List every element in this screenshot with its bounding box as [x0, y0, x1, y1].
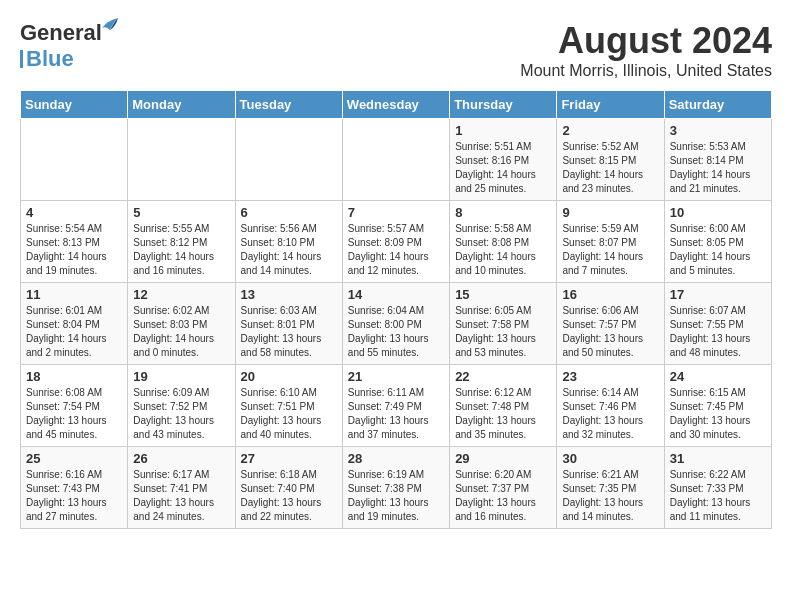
day-number: 25 — [26, 451, 122, 466]
calendar-cell — [128, 119, 235, 201]
calendar-cell: 12Sunrise: 6:02 AM Sunset: 8:03 PM Dayli… — [128, 283, 235, 365]
day-number: 15 — [455, 287, 551, 302]
day-number: 3 — [670, 123, 766, 138]
day-info: Sunrise: 6:19 AM Sunset: 7:38 PM Dayligh… — [348, 468, 444, 524]
day-number: 31 — [670, 451, 766, 466]
day-info: Sunrise: 6:11 AM Sunset: 7:49 PM Dayligh… — [348, 386, 444, 442]
day-info: Sunrise: 5:57 AM Sunset: 8:09 PM Dayligh… — [348, 222, 444, 278]
day-number: 19 — [133, 369, 229, 384]
calendar-cell: 21Sunrise: 6:11 AM Sunset: 7:49 PM Dayli… — [342, 365, 449, 447]
day-info: Sunrise: 6:10 AM Sunset: 7:51 PM Dayligh… — [241, 386, 337, 442]
day-number: 13 — [241, 287, 337, 302]
calendar-cell: 7Sunrise: 5:57 AM Sunset: 8:09 PM Daylig… — [342, 201, 449, 283]
day-info: Sunrise: 6:01 AM Sunset: 8:04 PM Dayligh… — [26, 304, 122, 360]
calendar-cell: 5Sunrise: 5:55 AM Sunset: 8:12 PM Daylig… — [128, 201, 235, 283]
header-wednesday: Wednesday — [342, 91, 449, 119]
subtitle: Mount Morris, Illinois, United States — [520, 62, 772, 80]
day-info: Sunrise: 6:20 AM Sunset: 7:37 PM Dayligh… — [455, 468, 551, 524]
calendar-cell: 10Sunrise: 6:00 AM Sunset: 8:05 PM Dayli… — [664, 201, 771, 283]
day-number: 10 — [670, 205, 766, 220]
logo: General Blue — [20, 20, 102, 72]
day-number: 22 — [455, 369, 551, 384]
calendar-table: SundayMondayTuesdayWednesdayThursdayFrid… — [20, 90, 772, 529]
day-info: Sunrise: 5:55 AM Sunset: 8:12 PM Dayligh… — [133, 222, 229, 278]
calendar-cell: 14Sunrise: 6:04 AM Sunset: 8:00 PM Dayli… — [342, 283, 449, 365]
calendar-cell: 17Sunrise: 6:07 AM Sunset: 7:55 PM Dayli… — [664, 283, 771, 365]
calendar-cell: 27Sunrise: 6:18 AM Sunset: 7:40 PM Dayli… — [235, 447, 342, 529]
day-number: 14 — [348, 287, 444, 302]
page-header: General Blue August 2024 Mount Morris, I… — [20, 20, 772, 80]
header-friday: Friday — [557, 91, 664, 119]
week-row-5: 25Sunrise: 6:16 AM Sunset: 7:43 PM Dayli… — [21, 447, 772, 529]
calendar-cell: 9Sunrise: 5:59 AM Sunset: 8:07 PM Daylig… — [557, 201, 664, 283]
calendar-cell: 16Sunrise: 6:06 AM Sunset: 7:57 PM Dayli… — [557, 283, 664, 365]
day-info: Sunrise: 6:05 AM Sunset: 7:58 PM Dayligh… — [455, 304, 551, 360]
calendar-cell: 6Sunrise: 5:56 AM Sunset: 8:10 PM Daylig… — [235, 201, 342, 283]
day-info: Sunrise: 6:21 AM Sunset: 7:35 PM Dayligh… — [562, 468, 658, 524]
week-row-3: 11Sunrise: 6:01 AM Sunset: 8:04 PM Dayli… — [21, 283, 772, 365]
calendar-cell: 3Sunrise: 5:53 AM Sunset: 8:14 PM Daylig… — [664, 119, 771, 201]
day-number: 26 — [133, 451, 229, 466]
calendar-cell — [235, 119, 342, 201]
day-info: Sunrise: 6:06 AM Sunset: 7:57 PM Dayligh… — [562, 304, 658, 360]
week-row-2: 4Sunrise: 5:54 AM Sunset: 8:13 PM Daylig… — [21, 201, 772, 283]
logo-general: General — [20, 20, 102, 45]
day-info: Sunrise: 6:08 AM Sunset: 7:54 PM Dayligh… — [26, 386, 122, 442]
week-row-1: 1Sunrise: 5:51 AM Sunset: 8:16 PM Daylig… — [21, 119, 772, 201]
day-info: Sunrise: 6:04 AM Sunset: 8:00 PM Dayligh… — [348, 304, 444, 360]
title-block: August 2024 Mount Morris, Illinois, Unit… — [520, 20, 772, 80]
day-number: 6 — [241, 205, 337, 220]
day-info: Sunrise: 6:07 AM Sunset: 7:55 PM Dayligh… — [670, 304, 766, 360]
day-info: Sunrise: 6:14 AM Sunset: 7:46 PM Dayligh… — [562, 386, 658, 442]
logo-bird-icon — [100, 16, 120, 32]
day-number: 23 — [562, 369, 658, 384]
day-info: Sunrise: 6:09 AM Sunset: 7:52 PM Dayligh… — [133, 386, 229, 442]
day-number: 20 — [241, 369, 337, 384]
day-number: 16 — [562, 287, 658, 302]
day-number: 7 — [348, 205, 444, 220]
day-number: 18 — [26, 369, 122, 384]
header-thursday: Thursday — [450, 91, 557, 119]
calendar-cell: 8Sunrise: 5:58 AM Sunset: 8:08 PM Daylig… — [450, 201, 557, 283]
day-number: 1 — [455, 123, 551, 138]
day-number: 11 — [26, 287, 122, 302]
calendar-cell: 2Sunrise: 5:52 AM Sunset: 8:15 PM Daylig… — [557, 119, 664, 201]
day-info: Sunrise: 6:22 AM Sunset: 7:33 PM Dayligh… — [670, 468, 766, 524]
day-number: 5 — [133, 205, 229, 220]
day-number: 28 — [348, 451, 444, 466]
header-tuesday: Tuesday — [235, 91, 342, 119]
calendar-cell: 26Sunrise: 6:17 AM Sunset: 7:41 PM Dayli… — [128, 447, 235, 529]
calendar-cell — [21, 119, 128, 201]
day-info: Sunrise: 5:59 AM Sunset: 8:07 PM Dayligh… — [562, 222, 658, 278]
calendar-cell: 22Sunrise: 6:12 AM Sunset: 7:48 PM Dayli… — [450, 365, 557, 447]
day-info: Sunrise: 6:18 AM Sunset: 7:40 PM Dayligh… — [241, 468, 337, 524]
calendar-cell: 25Sunrise: 6:16 AM Sunset: 7:43 PM Dayli… — [21, 447, 128, 529]
calendar-cell: 15Sunrise: 6:05 AM Sunset: 7:58 PM Dayli… — [450, 283, 557, 365]
day-number: 21 — [348, 369, 444, 384]
day-info: Sunrise: 5:51 AM Sunset: 8:16 PM Dayligh… — [455, 140, 551, 196]
calendar-cell: 28Sunrise: 6:19 AM Sunset: 7:38 PM Dayli… — [342, 447, 449, 529]
day-number: 27 — [241, 451, 337, 466]
week-row-4: 18Sunrise: 6:08 AM Sunset: 7:54 PM Dayli… — [21, 365, 772, 447]
day-info: Sunrise: 6:03 AM Sunset: 8:01 PM Dayligh… — [241, 304, 337, 360]
header-row: SundayMondayTuesdayWednesdayThursdayFrid… — [21, 91, 772, 119]
day-info: Sunrise: 6:17 AM Sunset: 7:41 PM Dayligh… — [133, 468, 229, 524]
calendar-cell: 24Sunrise: 6:15 AM Sunset: 7:45 PM Dayli… — [664, 365, 771, 447]
calendar-cell: 23Sunrise: 6:14 AM Sunset: 7:46 PM Dayli… — [557, 365, 664, 447]
day-info: Sunrise: 6:15 AM Sunset: 7:45 PM Dayligh… — [670, 386, 766, 442]
main-title: August 2024 — [520, 20, 772, 62]
day-number: 12 — [133, 287, 229, 302]
header-saturday: Saturday — [664, 91, 771, 119]
day-number: 24 — [670, 369, 766, 384]
calendar-cell: 30Sunrise: 6:21 AM Sunset: 7:35 PM Dayli… — [557, 447, 664, 529]
header-monday: Monday — [128, 91, 235, 119]
calendar-cell: 31Sunrise: 6:22 AM Sunset: 7:33 PM Dayli… — [664, 447, 771, 529]
logo-blue: Blue — [26, 46, 74, 72]
calendar-cell: 4Sunrise: 5:54 AM Sunset: 8:13 PM Daylig… — [21, 201, 128, 283]
day-info: Sunrise: 5:52 AM Sunset: 8:15 PM Dayligh… — [562, 140, 658, 196]
calendar-cell — [342, 119, 449, 201]
day-info: Sunrise: 5:56 AM Sunset: 8:10 PM Dayligh… — [241, 222, 337, 278]
day-info: Sunrise: 5:58 AM Sunset: 8:08 PM Dayligh… — [455, 222, 551, 278]
day-number: 8 — [455, 205, 551, 220]
day-number: 9 — [562, 205, 658, 220]
